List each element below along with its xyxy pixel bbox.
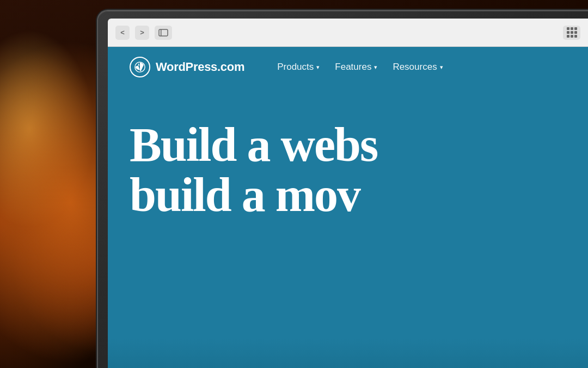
wordpress-hero-section: Build a webs build a mov [108,87,588,221]
browser-apps-button[interactable] [563,26,580,40]
hero-line-1: Build a webs [130,120,588,170]
nav-features-chevron: ▾ [374,64,377,71]
wordpress-navbar: WordPress.com Products ▾ Features ▾ Reso… [108,47,588,87]
svg-rect-0 [159,29,168,36]
wordpress-logo-text: WordPress.com [156,60,244,74]
hero-line-2: build a mov [130,170,588,220]
nav-item-resources[interactable]: Resources ▾ [393,62,443,73]
nav-resources-label: Resources [393,62,437,73]
browser-grid-icon [567,27,577,38]
svg-rect-1 [161,29,162,36]
browser-chrome: < > + [108,19,588,47]
wordpress-website: WordPress.com Products ▾ Features ▾ Reso… [108,47,588,368]
wordpress-nav-items: Products ▾ Features ▾ Resources ▾ [277,62,443,73]
website-bottom-fade [108,339,588,368]
laptop-container: < > + [98,11,588,368]
nav-products-chevron: ▾ [316,64,320,71]
laptop-frame: < > + [98,11,588,368]
nav-resources-chevron: ▾ [440,64,443,71]
wordpress-logo-icon [130,57,150,77]
wordpress-hero-text: Build a webs build a mov [130,120,588,221]
browser-forward-button[interactable]: > [135,26,149,40]
browser-tab-view-button[interactable] [155,26,172,40]
laptop-bezel: < > + [108,19,588,368]
nav-features-label: Features [335,62,371,73]
nav-item-features[interactable]: Features ▾ [335,62,377,73]
nav-products-label: Products [277,62,314,73]
nav-item-products[interactable]: Products ▾ [277,62,320,73]
wordpress-logo[interactable]: WordPress.com [130,57,244,77]
browser-back-button[interactable]: < [115,26,130,40]
